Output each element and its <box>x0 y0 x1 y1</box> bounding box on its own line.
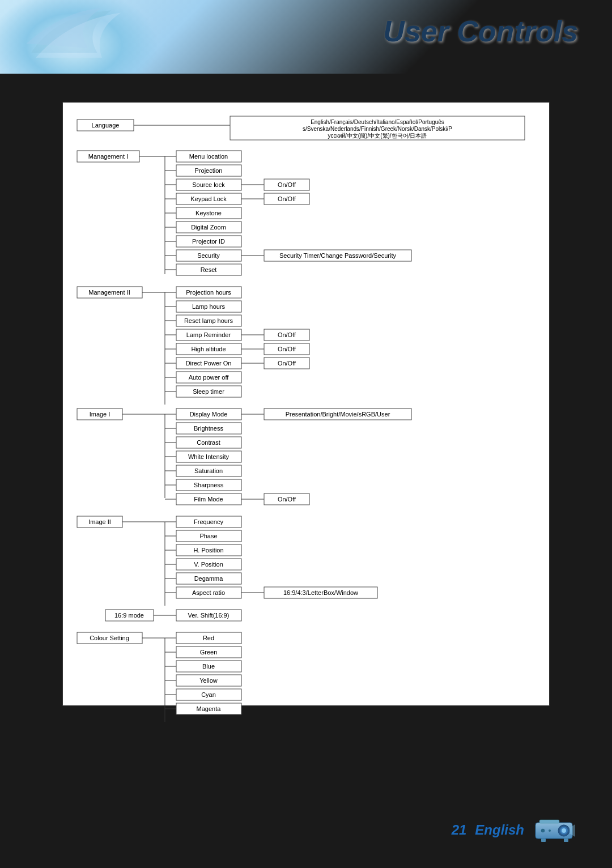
menu-location: Menu location <box>189 153 228 160</box>
svg-rect-119 <box>541 839 546 842</box>
svg-point-115 <box>562 828 566 833</box>
lamp-hours: Lamp hours <box>192 303 226 310</box>
green: Green <box>200 649 218 656</box>
magenta: Magenta <box>197 705 222 712</box>
lamp-reminder: Lamp Reminder <box>186 331 231 338</box>
bottom-area: 21 English <box>452 814 578 845</box>
image2-label: Image II <box>88 518 111 525</box>
language-label-bottom: English <box>475 822 524 838</box>
cyan: Cyan <box>201 691 216 698</box>
degamma: Degamma <box>194 575 224 582</box>
proj-hours: Projection hours <box>186 289 231 296</box>
diagram-box: Language English/Français/Deutsch/Italia… <box>62 102 550 706</box>
keypad-lock-val: On/Off <box>278 195 296 202</box>
high-altitude: High altitude <box>191 346 226 352</box>
projector-id: Projector ID <box>192 238 225 245</box>
svg-rect-116 <box>539 820 559 823</box>
contrast: Contrast <box>197 439 220 446</box>
aspect-ratio-val: 16:9/4:3/LetterBox/Window <box>283 589 358 596</box>
svg-point-118 <box>549 829 551 832</box>
169mode-label: 16:9 mode <box>114 612 144 619</box>
keystone: Keystone <box>196 210 222 216</box>
page-number: 21 <box>452 822 467 838</box>
svg-point-117 <box>541 829 545 832</box>
source-lock-val: On/Off <box>278 181 296 188</box>
display-mode-val: Presentation/Bright/Movie/sRGB/User <box>286 411 390 418</box>
mgmt2-label: Management II <box>88 289 130 296</box>
v-position: V. Position <box>194 561 223 568</box>
page-title: User Controls <box>383 14 578 48</box>
lamp-reminder-val: On/Off <box>278 331 296 338</box>
svg-rect-120 <box>564 839 568 842</box>
phase: Phase <box>199 533 217 539</box>
top-banner: User Controls User Controls <box>0 0 612 74</box>
colour-label: Colour Setting <box>90 635 129 641</box>
film-mode: Film Mode <box>194 496 223 503</box>
direct-power-on-val: On/Off <box>278 360 296 367</box>
digital-zoom: Digital Zoom <box>191 224 226 231</box>
language-value-1: English/Français/Deutsch/Italiano/Españo… <box>311 119 444 125</box>
language-value-3: усский/中文(簡)/中文(繁)/한국어/日本語 <box>328 133 427 139</box>
display-mode: Display Mode <box>190 411 228 418</box>
white-intensity: White Intensity <box>188 453 230 460</box>
image1-label: Image I <box>90 411 110 418</box>
blue: Blue <box>202 663 215 670</box>
sharpness: Sharpness <box>194 482 224 488</box>
ver-shift: Ver. Shift(16:9) <box>188 612 230 619</box>
mgmt1-label: Management I <box>88 153 128 160</box>
security-val: Security Timer/Change Password/Security <box>279 252 397 259</box>
source-lock: Source lock <box>192 181 225 188</box>
auto-power-off: Auto power off <box>189 374 230 381</box>
title-area: User Controls User Controls <box>383 14 578 48</box>
language-value-2: s/Svenska/Nederlands/Finnish/Greek/Norsk… <box>303 126 452 132</box>
language-label: Language <box>92 122 120 129</box>
saturation: Saturation <box>194 467 223 474</box>
h-position: H. Position <box>193 547 223 554</box>
brightness: Brightness <box>194 425 223 432</box>
aspect-ratio: Aspect ratio <box>192 589 225 596</box>
reset: Reset <box>201 266 217 273</box>
sleep-timer: Sleep timer <box>193 388 224 395</box>
security: Security <box>197 252 220 259</box>
reset-lamp: Reset lamp hours <box>184 317 233 324</box>
projector-icon <box>533 814 578 845</box>
main-content: Language English/Français/Deutsch/Italia… <box>0 74 612 734</box>
frequency: Frequency <box>194 518 223 525</box>
projection: Projection <box>195 167 223 174</box>
film-mode-val: On/Off <box>278 496 296 503</box>
high-altitude-val: On/Off <box>278 346 296 352</box>
decorative-wing <box>17 6 130 62</box>
yellow: Yellow <box>199 677 217 684</box>
keypad-lock: Keypad Lock <box>190 195 227 202</box>
direct-power-on: Direct Power On <box>186 360 232 367</box>
red: Red <box>203 635 214 641</box>
